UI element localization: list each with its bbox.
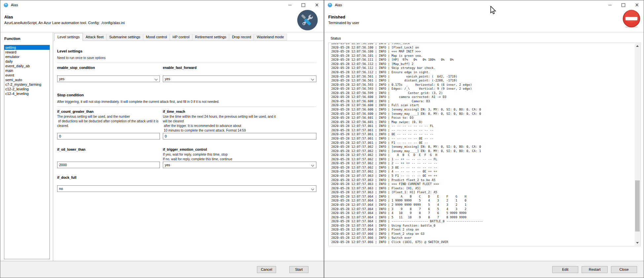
if-count-greater-than-label: if_count_greater_than xyxy=(57,109,160,114)
alas-status-window: Alas × Finished Terminated by user Statu… xyxy=(324,0,644,278)
field-if-oil-lower-than: if_oil_lower_than xyxy=(57,147,160,168)
tab-retirement-settings[interactable]: Retirement settings xyxy=(192,34,230,41)
if-trigger-emotion-control-description: If yes, wait for reply, complete this ti… xyxy=(163,152,316,162)
status-group-label: Status xyxy=(331,36,341,40)
log-line: 2020-05-28 12:07:56.112 | INFO | [Map_bu… xyxy=(331,62,635,66)
function-sidebar: Function settingrewardemulatordailyevent… xyxy=(0,32,53,261)
log-line: 2020-05-28 12:07:56.112 | INFO | Skip st… xyxy=(331,66,635,70)
if-time-reach-input[interactable] xyxy=(163,133,316,139)
log-line: 2020-05-28 12:07:56.600 | INFO | camera … xyxy=(331,95,635,99)
function-list-item-main[interactable]: main xyxy=(4,68,50,73)
function-list[interactable]: settingrewardemulatordailyevent_daily_ab… xyxy=(4,45,50,259)
minimize-button[interactable] xyxy=(283,0,297,10)
log-line: 2020-05-28 12:07:57.064 | INFO | 4 10 9 … xyxy=(331,211,635,215)
log-line: 2020-05-28 12:07:56.600 | INFO | [enemy_… xyxy=(331,112,635,116)
function-list-item-emulator[interactable]: emulator xyxy=(4,54,50,59)
cancel-button[interactable]: Cancel xyxy=(257,266,276,273)
fields-row: if_oil_lower_thanif_trigger_emotion_cont… xyxy=(57,147,316,168)
mouse-cursor xyxy=(490,6,496,15)
function-label: Function xyxy=(4,37,20,41)
log-line: 2020-05-28 12:07:57.066 | INFO | Fleet_2… xyxy=(331,232,635,236)
log-line: 2020-05-28 12:07:57.062 | INFO | 3 0E --… xyxy=(331,166,635,170)
function-list-item-semi-auto[interactable]: semi_auto xyxy=(4,77,50,82)
minimize-button[interactable] xyxy=(603,0,617,10)
log-line: 2020-05-28 12:07:56.100 | INFO | <<< MAP… xyxy=(331,49,635,54)
alas-logo-icon xyxy=(3,2,9,8)
tab-hp-control[interactable]: HP control xyxy=(169,34,192,41)
status-group-box: 2020-05-28 12:07:56.100 | INFO | fleet_l… xyxy=(328,43,641,246)
log-line: 2020-05-28 12:07:57.064 | INFO | Using f… xyxy=(331,224,635,228)
log-line: 2020-05-28 12:07:57.061 | INFO | -- -- -… xyxy=(331,124,635,128)
tab-submarine-settings[interactable]: Submarine settings xyxy=(106,34,143,41)
function-list-item-c7-2-mystery-farming[interactable]: c7-2_mystery_farming xyxy=(4,82,50,87)
log-line: 2020-05-28 12:07:56.561 | INFO | vanish_… xyxy=(331,75,635,79)
function-list-item-event[interactable]: event xyxy=(4,73,50,77)
section-divider xyxy=(57,107,316,107)
enable-fast-forward-select[interactable]: yes xyxy=(163,76,316,82)
if-oil-lower-than-input[interactable] xyxy=(57,162,160,168)
section-level-settings: Level settingsNeed to run once to save o… xyxy=(57,49,316,63)
close-button[interactable]: × xyxy=(310,0,324,10)
log-line: 2020-05-28 12:07:57.061 | INFO | -- -- -… xyxy=(331,128,635,133)
status-header: Finished Terminated by user xyxy=(324,10,644,32)
section-description: Need to run once to save options xyxy=(57,56,316,60)
status-title: Finished xyxy=(328,15,345,19)
function-list-item-c12-2-leveling[interactable]: c12-2_leveling xyxy=(4,87,50,91)
tab-attack-fleet[interactable]: Attack fleet xyxy=(83,34,106,41)
if-count-greater-than-input[interactable] xyxy=(57,133,160,139)
log-line: 2020-05-28 12:07:57.061 | INFO | 0E -- -… xyxy=(331,132,635,137)
tab-wasteland-mode[interactable]: Wasteland mode xyxy=(254,34,287,41)
start-button[interactable]: Start xyxy=(289,266,308,273)
tab-mood-control[interactable]: Mood control xyxy=(143,34,170,41)
close-button[interactable]: Close xyxy=(611,266,637,273)
if-dock-full-select[interactable]: no xyxy=(57,185,316,192)
if-trigger-emotion-control-select[interactable]: yes xyxy=(163,162,316,168)
log-line: 2020-05-28 12:07:57.062 | INFO | [enemy_… xyxy=(331,149,635,153)
enable-fast-forward-value: yes xyxy=(165,77,170,81)
function-list-item-c12-4-leveling[interactable]: c12-4_leveling xyxy=(4,91,50,96)
log-line: 2020-05-28 12:07:57.064 | INFO | 1 9999 … xyxy=(331,199,635,203)
log-output[interactable]: 2020-05-28 12:07:56.100 | INFO | fleet_l… xyxy=(329,43,635,246)
log-line: 2020-05-28 12:07:57.066 | INFO | Switch … xyxy=(331,236,635,240)
function-list-item-event-daily-ab[interactable]: event_daily_ab xyxy=(4,64,50,68)
scrollbar-thumb[interactable] xyxy=(635,180,640,232)
log-line: 2020-05-28 12:07:56.601 | INFO | Focus t… xyxy=(331,116,635,120)
alas-logo-icon xyxy=(327,2,333,8)
enable-stop-condition-value: yes xyxy=(59,77,64,81)
page-title: Alas xyxy=(4,15,13,19)
function-list-item-daily[interactable]: daily xyxy=(4,59,50,64)
maximize-button[interactable] xyxy=(617,0,630,10)
status-subtitle: Terminated by user xyxy=(328,21,359,25)
log-line: 2020-05-28 12:07:57.064 | INFO | 3 9 8 7… xyxy=(331,207,635,211)
maximize-icon xyxy=(622,3,625,7)
tab-drop-record[interactable]: Drop record xyxy=(229,34,254,41)
tab-level-settings[interactable]: Level settings xyxy=(54,33,83,41)
scroll-down-button[interactable] xyxy=(635,240,640,246)
if-time-reach-description: Use the time within the next 24 hours, t… xyxy=(163,114,316,133)
log-line: 2020-05-28 12:07:56.600 | INFO | Camera:… xyxy=(331,99,635,104)
if-trigger-emotion-control-value: yes xyxy=(165,163,170,167)
log-line: 2020-05-28 12:07:56.600 | INFO | Full sc… xyxy=(331,103,635,108)
enable-stop-condition-select[interactable]: yes xyxy=(57,76,160,82)
function-list-item-reward[interactable]: reward xyxy=(4,50,50,54)
log-line: 2020-05-28 12:07:56.599 | INFO | Center … xyxy=(331,91,635,95)
right-footer: EditRestartClose xyxy=(324,261,644,278)
scroll-up-button[interactable] xyxy=(635,43,640,49)
log-line: 2020-05-28 12:07:57.066 | INFO | Click (… xyxy=(331,240,635,244)
log-scrollbar[interactable] xyxy=(635,43,640,246)
restart-button[interactable]: Restart xyxy=(582,266,608,273)
alas-settings-window: Alas × Alas AzurLaneAutoScript, An Azur … xyxy=(0,0,324,278)
enable-fast-forward-label: enable_fast_forward xyxy=(163,66,316,70)
log-line: 2020-05-28 12:07:57.063 | INFO | [Fleet_… xyxy=(331,190,635,195)
maximize-icon xyxy=(302,3,305,7)
function-list-item-setting[interactable]: setting xyxy=(4,45,50,50)
log-line: 2020-05-28 12:07:57.064 | INFO | 2 9999 … xyxy=(331,203,635,207)
close-button[interactable]: × xyxy=(630,0,644,10)
section-title: Stop condition xyxy=(57,93,316,98)
arrow-up-icon xyxy=(636,45,639,47)
edit-button[interactable]: Edit xyxy=(552,266,578,273)
log-line: 2020-05-28 12:07:57.062 | INFO | 4 -- --… xyxy=(331,170,635,174)
if-trigger-emotion-control-label: if_trigger_emotion_control xyxy=(163,147,316,152)
status-body: Status 2020-05-28 12:07:56.100 | INFO | … xyxy=(324,32,644,261)
maximize-button[interactable] xyxy=(297,0,310,10)
